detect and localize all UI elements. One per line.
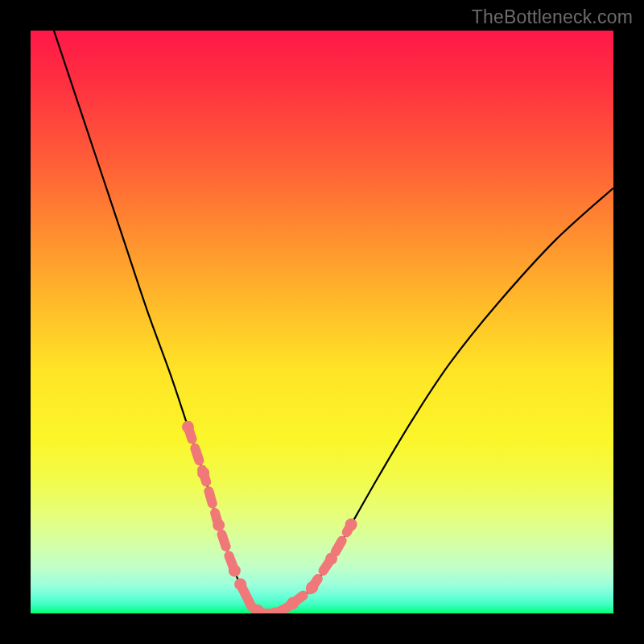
marker-dot (345, 518, 357, 530)
marker-dot (213, 519, 225, 531)
marker-dot (306, 581, 318, 593)
marker-dot (182, 421, 194, 433)
marker-dot (229, 564, 241, 576)
plot-area (31, 31, 613, 613)
marker-dot (325, 552, 337, 564)
marker-segment (293, 525, 351, 604)
marker-dot (197, 467, 209, 479)
bottleneck-curve (54, 31, 613, 613)
curve-svg (31, 31, 613, 613)
marker-dot (287, 597, 299, 609)
marker-segment (241, 584, 293, 613)
watermark-label: TheBottleneck.com (472, 6, 633, 28)
marker-dot (234, 578, 246, 590)
chart-frame: TheBottleneck.com (0, 0, 644, 644)
marker-segment (188, 427, 234, 571)
